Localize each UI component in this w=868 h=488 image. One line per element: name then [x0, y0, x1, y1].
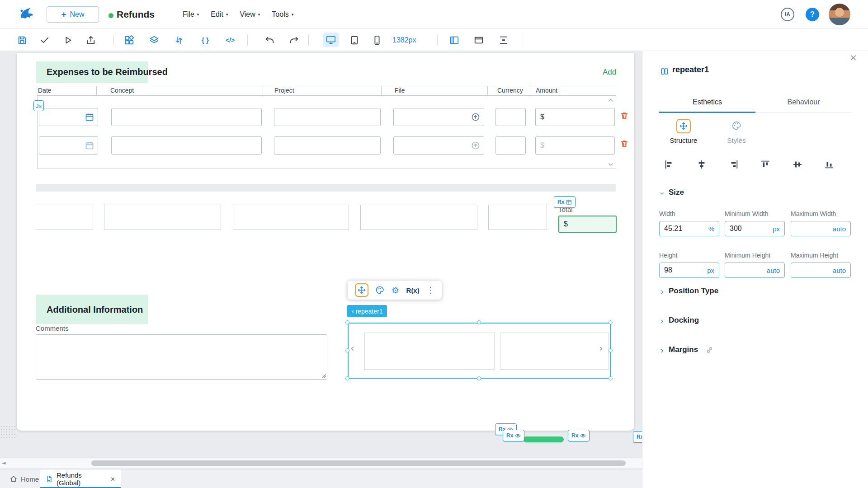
structure-mode-label[interactable]: Structure [659, 136, 708, 144]
layers-icon[interactable] [146, 29, 162, 51]
js-event-badge[interactable]: Js [33, 100, 44, 111]
styles-mode-label[interactable]: Styles [712, 136, 761, 144]
repeater-item-box[interactable] [364, 333, 495, 370]
palette-icon[interactable] [375, 286, 384, 295]
chevron-down-icon[interactable] [659, 191, 665, 197]
rx-visibility-badge[interactable]: Rx [633, 431, 642, 443]
menu-tools[interactable]: Tools▾ [272, 10, 293, 19]
menu-file[interactable]: File▾ [183, 10, 199, 19]
empty-cell[interactable] [36, 205, 93, 230]
amount-input[interactable]: $ [535, 108, 615, 126]
new-button[interactable]: + New [47, 6, 99, 23]
size-section-header[interactable]: Size [669, 188, 684, 197]
align-left-icon[interactable] [664, 160, 674, 169]
empty-cell[interactable] [104, 205, 221, 230]
rx-visibility-badge[interactable]: Rx [568, 430, 590, 441]
styles-mode-icon[interactable] [731, 121, 741, 131]
max-width-input[interactable]: auto [791, 221, 851, 236]
tab-home[interactable]: Home [5, 469, 44, 488]
redo-icon[interactable] [286, 29, 302, 51]
total-amount-field[interactable]: $ [558, 216, 617, 233]
undo-icon[interactable] [262, 29, 278, 51]
trash-icon[interactable] [620, 111, 629, 120]
date-input[interactable] [39, 108, 98, 126]
menu-edit[interactable]: Edit▾ [211, 10, 228, 19]
scroll-left-arrow-icon[interactable]: ◄ [2, 460, 5, 465]
carousel-prev-icon[interactable]: ‹ [350, 343, 354, 353]
empty-cell[interactable] [233, 205, 349, 230]
move-icon[interactable] [355, 283, 368, 297]
comments-textarea[interactable] [36, 334, 327, 380]
resize-handle[interactable] [321, 373, 326, 378]
carousel-next-icon[interactable]: › [599, 343, 603, 353]
close-icon[interactable]: × [849, 53, 857, 62]
chevron-right-icon[interactable] [659, 348, 665, 354]
menu-view[interactable]: View▾ [240, 10, 260, 19]
min-height-input[interactable]: auto [725, 263, 785, 278]
hidden-action-pill[interactable] [523, 436, 564, 442]
empty-cell[interactable] [488, 205, 547, 230]
selected-widget-chip[interactable]: ‹ repeater1 [347, 305, 387, 317]
repeater-rows-container[interactable] [37, 95, 616, 169]
rx-formula-badge[interactable]: Rx [554, 196, 576, 208]
kebab-icon[interactable]: ⋮ [426, 286, 434, 294]
add-row-button[interactable]: Add [603, 68, 616, 77]
validate-icon[interactable] [37, 29, 53, 51]
close-icon[interactable]: ✕ [110, 476, 115, 482]
resize-handle[interactable] [609, 348, 613, 352]
min-width-input[interactable]: 300px [725, 221, 785, 236]
max-height-input[interactable]: auto [791, 263, 851, 278]
scrollbar-thumb[interactable] [91, 460, 626, 466]
project-input[interactable] [274, 108, 381, 126]
tablet-icon[interactable] [346, 29, 363, 51]
ia-badge[interactable]: IA [781, 8, 794, 21]
resize-handle[interactable] [609, 376, 613, 380]
avatar[interactable] [829, 4, 850, 25]
distribute-icon[interactable] [495, 29, 512, 51]
resize-handle[interactable] [345, 348, 349, 352]
repeater-item-box[interactable] [500, 333, 609, 370]
date-input[interactable] [39, 136, 98, 155]
tab-refunds-global[interactable]: Refunds (Global) ✕ [40, 469, 121, 488]
gear-icon[interactable]: ⚙ [392, 286, 399, 295]
calendar-icon[interactable] [85, 113, 94, 122]
concept-input[interactable] [111, 136, 262, 155]
chevron-right-icon[interactable] [659, 289, 665, 295]
resize-handle[interactable] [477, 376, 481, 380]
amount-input[interactable]: $ [535, 136, 615, 155]
file-input[interactable] [393, 108, 484, 126]
empty-cell[interactable] [360, 205, 477, 230]
width-input[interactable]: 45.21% [659, 221, 719, 236]
fx-icon[interactable]: R(x) [406, 286, 420, 294]
align-center-horizontal-icon[interactable] [697, 160, 707, 169]
braces-icon[interactable]: { } [197, 29, 213, 51]
chevron-down-icon[interactable] [607, 161, 614, 168]
tab-behaviour[interactable]: Behaviour [755, 91, 852, 113]
margins-section-header[interactable]: Margins [669, 345, 698, 354]
tab-esthetics[interactable]: Esthetics [659, 91, 755, 113]
save-icon[interactable] [14, 29, 30, 51]
resize-handle[interactable] [477, 320, 481, 324]
compare-icon[interactable] [171, 29, 187, 51]
resize-handle[interactable] [345, 376, 349, 380]
components-icon[interactable] [121, 29, 137, 51]
upload-icon[interactable] [471, 113, 480, 122]
code-icon[interactable]: </> [222, 29, 238, 51]
panel-left-icon[interactable] [446, 29, 462, 51]
rx-visibility-badge[interactable]: Rx [503, 430, 524, 441]
height-input[interactable]: 98px [659, 263, 719, 278]
align-bottom-icon[interactable] [824, 160, 834, 169]
align-middle-icon[interactable] [793, 160, 802, 169]
desktop-icon[interactable] [323, 33, 339, 47]
horizontal-scrollbar[interactable]: ◄ [0, 458, 642, 468]
trash-icon[interactable] [620, 139, 629, 148]
calendar-icon[interactable] [85, 141, 94, 150]
currency-input[interactable] [495, 136, 526, 155]
file-input[interactable] [393, 136, 484, 155]
docking-section-header[interactable]: Docking [669, 316, 699, 325]
structure-mode-icon[interactable] [676, 119, 691, 133]
form-surface[interactable]: Expenses to be Reimbursed Add Date Conce… [17, 53, 634, 431]
resize-handle[interactable] [345, 320, 349, 324]
app-logo-icon[interactable] [17, 5, 35, 25]
project-input[interactable] [274, 136, 381, 155]
